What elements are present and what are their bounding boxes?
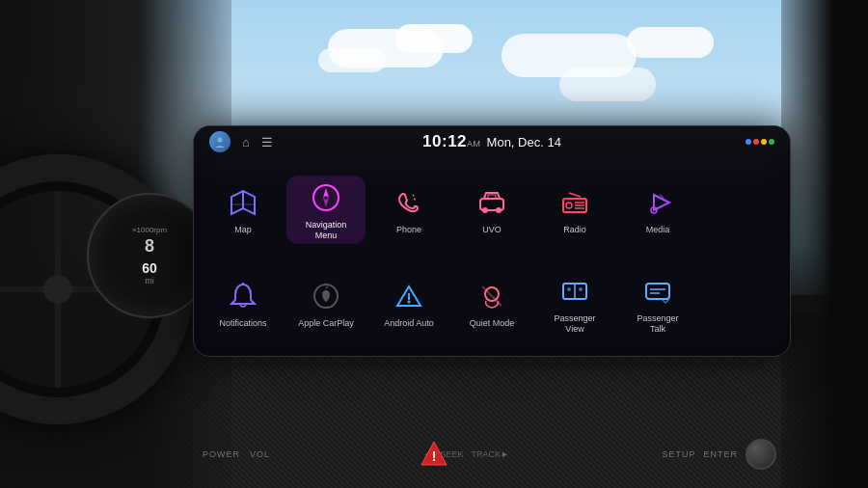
wheel-center bbox=[43, 275, 72, 304]
clock-time: 10:12AM bbox=[422, 132, 480, 151]
map-icon-wrapper bbox=[223, 184, 263, 221]
warning-triangle-container: ! bbox=[420, 440, 448, 471]
svg-point-9 bbox=[496, 207, 502, 213]
cloud-4 bbox=[627, 27, 714, 58]
topbar-right bbox=[746, 139, 774, 145]
svg-point-23 bbox=[485, 287, 499, 301]
app-quiet-mode[interactable]: Quiet Mode bbox=[452, 274, 531, 333]
g-dot-yellow bbox=[761, 139, 767, 145]
date-display: Mon, Dec. 14 bbox=[487, 135, 561, 149]
svg-point-22 bbox=[408, 301, 411, 304]
app-apple-carplay[interactable]: Apple CarPlay bbox=[286, 274, 366, 333]
speed-unit: mi bbox=[145, 276, 154, 285]
g-dot-blue bbox=[746, 139, 751, 145]
svg-point-8 bbox=[482, 207, 488, 213]
svg-point-0 bbox=[218, 138, 223, 143]
uvo-label: UVO bbox=[482, 225, 502, 235]
notifications-icon-wrapper bbox=[223, 278, 263, 314]
app-passenger-view[interactable]: PassengerView bbox=[535, 269, 614, 339]
radio-icon bbox=[559, 187, 590, 218]
svg-point-12 bbox=[566, 203, 572, 208]
vol-label[interactable]: VOL bbox=[250, 449, 270, 459]
apple-carplay-label: Apple CarPlay bbox=[298, 318, 354, 329]
android-auto-icon bbox=[393, 281, 424, 312]
warning-triangle-icon: ! bbox=[420, 440, 448, 467]
bell-icon bbox=[228, 281, 258, 312]
apps-grid: Map NavigationMenu bbox=[194, 157, 790, 356]
uvo-icon bbox=[476, 187, 507, 218]
cloud-5 bbox=[318, 48, 386, 72]
passenger-view-icon bbox=[559, 276, 590, 307]
svg-marker-6 bbox=[323, 198, 329, 207]
topbar-left: ⌂ ☰ bbox=[209, 131, 273, 152]
speed-value: 60 bbox=[142, 260, 157, 276]
cloud-2 bbox=[395, 24, 473, 53]
media-icon bbox=[642, 187, 673, 218]
phone-label: Phone bbox=[396, 225, 421, 235]
g-dot-green bbox=[769, 139, 774, 145]
uvo-icon-wrapper bbox=[472, 184, 512, 221]
android-auto-label: Android Auto bbox=[384, 318, 434, 329]
app-uvo[interactable]: UVO bbox=[452, 180, 531, 239]
time-value: 10:12 bbox=[422, 132, 467, 150]
map-icon bbox=[228, 187, 258, 218]
notifications-label: Notifications bbox=[219, 318, 266, 329]
compass-icon bbox=[311, 182, 341, 213]
tune-knob[interactable] bbox=[746, 439, 776, 470]
google-assistant-icon[interactable] bbox=[746, 139, 774, 145]
right-controls: SETUP ENTER bbox=[662, 439, 776, 470]
app-notifications[interactable]: Notifications bbox=[203, 274, 283, 333]
infotainment-screen: ⌂ ☰ 10:12AM Mon, Dec. 14 bbox=[193, 125, 791, 357]
ampm-value: AM bbox=[467, 139, 481, 149]
map-label: Map bbox=[234, 225, 252, 235]
phone-icon bbox=[393, 187, 424, 218]
left-controls: POWER VOL bbox=[203, 449, 270, 459]
radio-label: Radio bbox=[563, 225, 586, 235]
passenger-talk-icon-wrapper bbox=[637, 273, 678, 310]
apple-icon-wrapper bbox=[306, 278, 346, 314]
enter-label[interactable]: ENTER bbox=[703, 449, 738, 459]
rpm-label: ×1000rpm bbox=[132, 226, 167, 234]
android-icon-wrapper bbox=[389, 278, 429, 314]
svg-point-27 bbox=[567, 287, 571, 291]
app-media[interactable]: Media bbox=[618, 180, 697, 239]
cloud-6 bbox=[559, 68, 656, 101]
svg-rect-29 bbox=[646, 284, 669, 299]
passenger-view-label: PassengerView bbox=[554, 313, 595, 335]
nav-icon-wrapper bbox=[306, 179, 346, 216]
app-phone[interactable]: Phone bbox=[369, 180, 448, 239]
screen-topbar: ⌂ ☰ 10:12AM Mon, Dec. 14 bbox=[194, 126, 790, 157]
infotainment-screen-container: ⌂ ☰ 10:12AM Mon, Dec. 14 bbox=[193, 125, 791, 357]
svg-point-28 bbox=[579, 287, 583, 291]
quiet-mode-label: Quiet Mode bbox=[470, 318, 515, 329]
power-label[interactable]: POWER bbox=[203, 449, 240, 459]
passenger-view-icon-wrapper bbox=[555, 273, 595, 310]
passenger-talk-label: PassengerTalk bbox=[637, 313, 678, 335]
app-navigation-menu[interactable]: NavigationMenu bbox=[286, 176, 366, 245]
phone-icon-wrapper bbox=[389, 184, 429, 221]
menu-icon[interactable]: ☰ bbox=[261, 135, 273, 149]
g-dot-red bbox=[753, 139, 759, 145]
app-map[interactable]: Map bbox=[203, 180, 283, 239]
quiet-icon-wrapper bbox=[472, 278, 512, 314]
setup-label[interactable]: SETUP bbox=[662, 449, 695, 459]
svg-marker-5 bbox=[323, 188, 329, 198]
svg-text:!: ! bbox=[432, 448, 437, 464]
svg-line-19 bbox=[326, 286, 328, 288]
nav-label: NavigationMenu bbox=[306, 220, 347, 241]
quiet-mode-icon bbox=[476, 281, 507, 312]
apple-icon bbox=[311, 281, 341, 312]
app-passenger-talk[interactable]: PassengerTalk bbox=[618, 269, 697, 339]
rpm-value: 8 bbox=[145, 236, 154, 257]
bottom-dash-controls: POWER VOL ◄◄SEEK TRACK► SETUP ENTER bbox=[203, 435, 776, 474]
right-overlay bbox=[781, 0, 868, 488]
app-radio[interactable]: Radio bbox=[535, 180, 614, 239]
profile-avatar[interactable] bbox=[209, 131, 231, 152]
app-android-auto[interactable]: Android Auto bbox=[369, 274, 448, 333]
media-label: Media bbox=[646, 225, 670, 235]
radio-icon-wrapper bbox=[555, 184, 595, 221]
track-forward-label[interactable]: TRACK► bbox=[471, 449, 508, 459]
media-icon-wrapper bbox=[637, 184, 678, 221]
home-icon[interactable]: ⌂ bbox=[242, 135, 250, 149]
passenger-talk-icon bbox=[642, 276, 673, 307]
